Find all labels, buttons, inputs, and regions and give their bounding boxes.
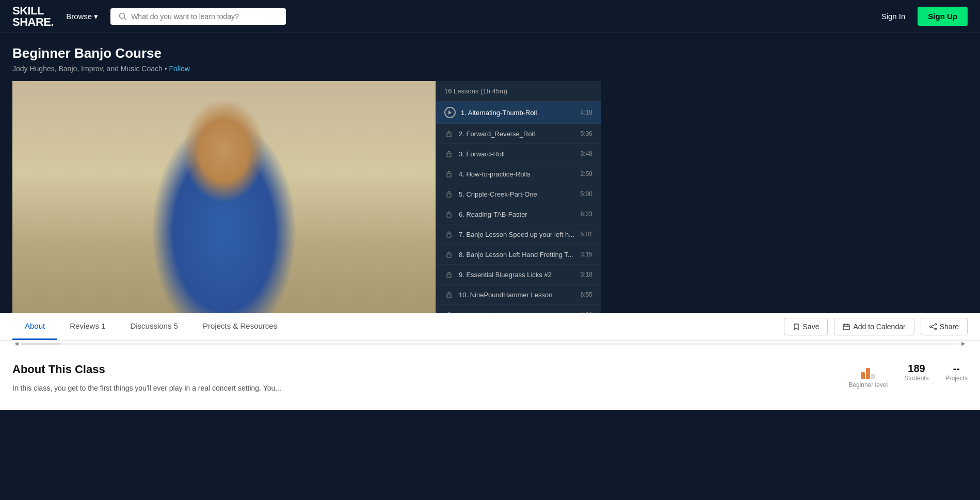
tab-actions: Save Add to Calendar — [784, 318, 968, 335]
page-content: Beginner Banjo Course Jody Hughes, Banjo… — [0, 33, 980, 313]
lesson-name: 4. How-to-practice-Rolls — [459, 170, 575, 178]
chart-bar-2 — [866, 368, 870, 379]
stat-beginner-level: Beginner level — [848, 363, 888, 389]
main-area: 16 Lessons (1h 45m) 1. Alternating-Thumb… — [12, 81, 968, 313]
svg-rect-6 — [447, 193, 451, 197]
tab-projects-resources[interactable]: Projects & Resources — [190, 313, 290, 340]
lesson-name: 9. Essential Bluegrass Licks #2 — [459, 271, 575, 279]
lesson-list-header: 16 Lessons (1h 45m) — [436, 81, 601, 102]
chart-bar-3 — [871, 374, 875, 379]
stat-projects-number: -- — [945, 363, 968, 375]
lesson-item[interactable]: 5. Cripple-Creek-Part-One5:00 — [436, 184, 601, 204]
about-section: About This Class In this class, you get … — [0, 346, 980, 410]
svg-line-20 — [931, 325, 935, 326]
lock-icon — [444, 310, 454, 313]
lock-icon — [444, 250, 454, 259]
about-text-area: About This Class In this class, you get … — [12, 363, 828, 394]
video-person-overlay — [12, 81, 436, 313]
chevron-down-icon: ▾ — [94, 12, 98, 21]
video-player[interactable] — [12, 81, 436, 313]
lock-icon — [444, 149, 454, 158]
lock-icon — [444, 270, 454, 279]
browse-button[interactable]: Browse ▾ — [66, 12, 98, 21]
bookmark-icon — [793, 323, 800, 330]
logo[interactable]: SKILL SHARE. — [12, 5, 54, 28]
share-icon — [929, 323, 937, 330]
calendar-icon — [843, 323, 850, 330]
lesson-name: 11. Cripple Creek Advanced... — [459, 311, 575, 314]
tabs-scroll-bar: ◀ ▶ — [0, 341, 980, 346]
lesson-duration: 3:48 — [581, 150, 592, 157]
lesson-item[interactable]: 3. Forward-Roll3:48 — [436, 144, 601, 164]
lesson-list-container: 16 Lessons (1h 45m) 1. Alternating-Thumb… — [436, 81, 601, 313]
lesson-item[interactable]: 2. Forward_Reverse_Roll5:36 — [436, 124, 601, 144]
svg-line-1 — [124, 18, 126, 20]
svg-rect-8 — [447, 234, 451, 237]
lesson-duration: 3:18 — [581, 271, 592, 278]
scroll-right-arrow[interactable]: ▶ — [959, 341, 968, 346]
lesson-item[interactable]: 7. Banjo Lesson Speed up your left h...5… — [436, 224, 601, 245]
lesson-name: 2. Forward_Reverse_Roll — [459, 130, 575, 138]
lock-icon — [444, 209, 454, 219]
lock-icon — [444, 290, 454, 299]
svg-rect-11 — [447, 294, 451, 298]
tab-reviews[interactable]: Reviews 1 — [57, 313, 118, 340]
lesson-name: 10. NinePoundHammer Lesson — [459, 291, 575, 299]
course-title: Beginner Banjo Course — [12, 45, 968, 61]
svg-rect-4 — [447, 153, 451, 157]
lesson-duration: 8:23 — [581, 211, 592, 218]
stat-students-label: Students — [904, 375, 928, 382]
search-input[interactable] — [131, 12, 278, 21]
lesson-item[interactable]: 10. NinePoundHammer Lesson6:55 — [436, 285, 601, 305]
navbar: SKILL SHARE. Browse ▾ Sign In Sign Up — [0, 0, 980, 33]
search-bar — [110, 8, 286, 25]
lesson-duration: 5:36 — [581, 130, 592, 137]
svg-line-21 — [931, 327, 935, 329]
svg-point-17 — [935, 324, 936, 325]
tabs-bar: About Reviews 1 Discussions 5 Projects &… — [0, 313, 980, 341]
svg-rect-3 — [447, 133, 451, 137]
stat-projects-label: Projects — [945, 375, 968, 382]
course-author: Jody Hughes, Banjo, Improv, and Music Co… — [12, 64, 968, 73]
svg-point-19 — [929, 326, 931, 328]
svg-rect-10 — [447, 274, 451, 278]
lesson-list-scroll[interactable]: 1. Alternating-Thumb-Roll4:182. Forward_… — [436, 102, 601, 313]
lesson-name: 6. Reading-TAB-Faster — [459, 211, 575, 218]
follow-link[interactable]: Follow — [169, 64, 189, 73]
svg-rect-7 — [447, 214, 451, 217]
chart-bar-1 — [861, 372, 865, 379]
about-title: About This Class — [12, 363, 828, 376]
lesson-duration: 4:18 — [581, 109, 592, 116]
about-description: In this class, you get to the first thin… — [12, 382, 828, 394]
lesson-duration: 3:15 — [581, 251, 592, 258]
tab-about[interactable]: About — [12, 313, 57, 340]
lesson-name: 1. Alternating-Thumb-Roll — [461, 109, 575, 117]
lesson-item[interactable]: 6. Reading-TAB-Faster8:23 — [436, 204, 601, 224]
add-to-calendar-button[interactable]: Add to Calendar — [834, 318, 914, 335]
save-button[interactable]: Save — [784, 318, 828, 335]
lesson-item[interactable]: 4. How-to-practice-Rolls2:59 — [436, 164, 601, 184]
lesson-name: 7. Banjo Lesson Speed up your left h... — [459, 231, 575, 238]
sign-in-button[interactable]: Sign In — [881, 12, 906, 21]
share-button[interactable]: Share — [921, 318, 968, 335]
lesson-item[interactable]: 11. Cripple Creek Advanced...4:01 — [436, 305, 601, 313]
sign-up-button[interactable]: Sign Up — [918, 7, 968, 26]
svg-point-18 — [935, 328, 936, 330]
svg-rect-13 — [843, 325, 849, 330]
lesson-duration: 4:01 — [581, 311, 592, 313]
svg-rect-5 — [447, 173, 451, 177]
tab-discussions[interactable]: Discussions 5 — [118, 313, 190, 340]
stats-area: Beginner level 189 Students -- Projects — [848, 363, 968, 394]
stat-projects: -- Projects — [945, 363, 968, 382]
stat-level-label: Beginner level — [848, 381, 888, 389]
lesson-item[interactable]: 8. Banjo Lesson Left Hand Fretting T...3… — [436, 245, 601, 265]
lesson-item[interactable]: 9. Essential Bluegrass Licks #23:18 — [436, 265, 601, 285]
lesson-name: 8. Banjo Lesson Left Hand Fretting T... — [459, 251, 575, 259]
lesson-name: 3. Forward-Roll — [459, 150, 575, 158]
search-icon — [119, 12, 127, 21]
stat-students: 189 Students — [904, 363, 928, 382]
level-chart — [848, 363, 888, 379]
logo-text: SKILL SHARE. — [12, 5, 54, 28]
lesson-item[interactable]: 1. Alternating-Thumb-Roll4:18 — [436, 102, 601, 124]
scroll-left-arrow[interactable]: ◀ — [12, 341, 21, 346]
